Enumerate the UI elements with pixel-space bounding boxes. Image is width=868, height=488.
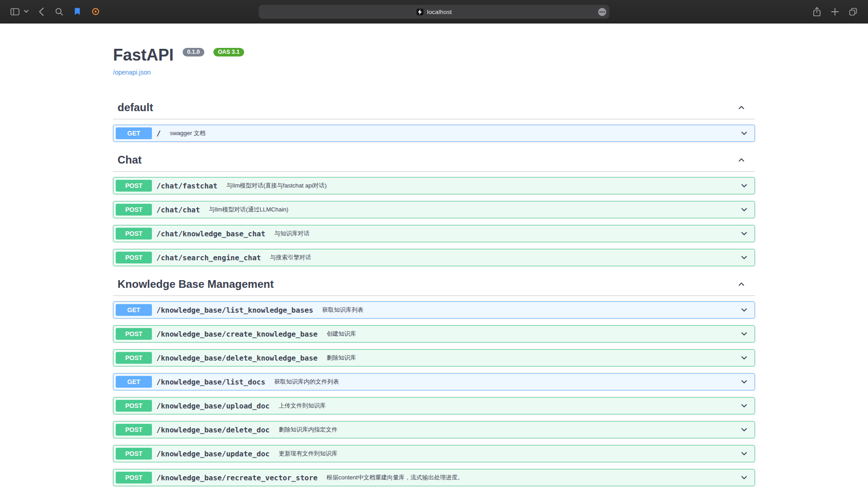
endpoint-summary[interactable]: GET /knowledge_base/list_knowledge_bases… (113, 302, 755, 318)
api-section: Knowledge Base Management GET /knowledge… (113, 273, 755, 486)
endpoint-description: 删除知识库 (326, 354, 740, 362)
tab-overview-icon[interactable] (846, 5, 860, 19)
chevron-down-icon (740, 181, 749, 190)
endpoint-description: 与搜索引擎对话 (270, 253, 740, 262)
endpoint-path: /chat/chat (156, 206, 200, 214)
method-badge: GET (116, 376, 152, 388)
endpoint-description: 根据content中文档重建向量库，流式输出处理进度。 (326, 474, 740, 482)
site-favicon (416, 8, 424, 16)
collapse-section-button[interactable] (737, 103, 746, 112)
expand-endpoint-button[interactable] (740, 377, 752, 386)
endpoint-path: /chat/search_engine_chat (156, 253, 261, 262)
expand-endpoint-button[interactable] (740, 129, 752, 138)
section-header[interactable]: Knowledge Base Management (113, 273, 755, 296)
search-icon[interactable] (52, 5, 66, 19)
address-bar[interactable]: localhost (259, 5, 609, 19)
section-header[interactable]: default (113, 96, 755, 119)
expand-endpoint-button[interactable] (740, 401, 752, 410)
endpoint-summary[interactable]: GET / swagger 文档 (113, 125, 755, 141)
chevron-up-icon (737, 155, 746, 164)
method-badge: POST (116, 352, 152, 364)
endpoint-path: /knowledge_base/list_docs (156, 378, 265, 386)
endpoint-summary[interactable]: POST /knowledge_base/upload_doc 上传文件到知识库 (113, 398, 755, 414)
endpoint-summary[interactable]: POST /knowledge_base/update_doc 更新现有文件到知… (113, 446, 755, 462)
endpoint-row: POST /knowledge_base/delete_doc 删除知识库内指定… (113, 421, 755, 438)
share-icon[interactable] (810, 5, 824, 19)
endpoint-path: /knowledge_base/recreate_vector_store (156, 474, 317, 482)
endpoint-summary[interactable]: POST /knowledge_base/delete_knowledge_ba… (113, 350, 755, 366)
endpoint-path: /knowledge_base/create_knowledge_base (156, 330, 317, 338)
endpoint-path: / (156, 129, 161, 138)
chevron-down-icon (740, 253, 749, 262)
chevron-down-icon (740, 329, 749, 338)
collapse-section-button[interactable] (737, 155, 746, 164)
expand-endpoint-button[interactable] (740, 205, 752, 214)
chevron-down-icon (740, 205, 749, 214)
new-tab-icon[interactable] (828, 5, 842, 19)
endpoint-summary[interactable]: GET /knowledge_base/list_docs 获取知识库内的文件列… (113, 374, 755, 390)
method-badge: POST (116, 204, 152, 216)
chevron-down-icon (740, 377, 749, 386)
endpoint-path: /knowledge_base/upload_doc (156, 402, 269, 410)
method-badge: POST (116, 448, 152, 460)
api-sections: default GET / swagger 文档 Chat (113, 96, 755, 486)
endpoint-summary[interactable]: POST /chat/knowledge_base_chat 与知识库对话 (113, 225, 755, 242)
chevron-down-icon (740, 473, 749, 482)
endpoint-summary[interactable]: POST /knowledge_base/recreate_vector_sto… (113, 469, 755, 486)
endpoint-path: /knowledge_base/delete_knowledge_base (156, 354, 317, 362)
api-section: default GET / swagger 文档 (113, 96, 755, 142)
endpoint-summary[interactable]: POST /chat/fastchat 与llm模型对话(直接与fastchat… (113, 178, 755, 194)
expand-endpoint-button[interactable] (740, 181, 752, 190)
endpoint-row: POST /knowledge_base/upload_doc 上传文件到知识库 (113, 397, 755, 414)
method-badge: POST (116, 180, 152, 192)
endpoint-description: 与llm模型对话(通过LLMChain) (209, 206, 740, 214)
method-badge: POST (116, 400, 152, 412)
endpoint-description: 获取知识库内的文件列表 (274, 378, 740, 386)
chevron-down-icon (740, 305, 749, 314)
method-badge: POST (116, 228, 152, 239)
endpoint-path: /knowledge_base/update_doc (156, 450, 269, 458)
chevron-up-icon (737, 280, 746, 289)
extension-target-icon[interactable] (89, 5, 102, 19)
endpoint-row: GET /knowledge_base/list_knowledge_bases… (113, 301, 755, 319)
endpoint-summary[interactable]: POST /knowledge_base/delete_doc 删除知识库内指定… (113, 422, 755, 438)
chevron-down-icon[interactable] (23, 5, 30, 19)
method-badge: GET (116, 304, 152, 316)
expand-endpoint-button[interactable] (740, 253, 752, 262)
chevron-down-icon (740, 353, 749, 362)
endpoint-path: /knowledge_base/list_knowledge_bases (156, 306, 313, 314)
section-endpoints: POST /chat/fastchat 与llm模型对话(直接与fastchat… (113, 177, 755, 266)
chevron-down-icon (740, 449, 749, 458)
expand-endpoint-button[interactable] (740, 305, 752, 314)
section-title: default (118, 101, 153, 114)
section-endpoints: GET /knowledge_base/list_knowledge_bases… (113, 301, 755, 486)
endpoint-description: 获取知识库列表 (322, 306, 740, 314)
openapi-spec-link[interactable]: /openapi.json (113, 69, 151, 76)
expand-endpoint-button[interactable] (740, 329, 752, 338)
endpoint-summary[interactable]: POST /knowledge_base/create_knowledge_ba… (113, 326, 755, 342)
endpoint-row: POST /chat/chat 与llm模型对话(通过LLMChain) (113, 201, 755, 218)
oas-badge: OAS 3.1 (213, 48, 244, 57)
expand-endpoint-button[interactable] (740, 473, 752, 482)
endpoint-summary[interactable]: POST /chat/chat 与llm模型对话(通过LLMChain) (113, 202, 755, 218)
chevron-down-icon (740, 401, 749, 410)
method-badge: GET (116, 127, 152, 139)
expand-endpoint-button[interactable] (740, 449, 752, 458)
back-icon[interactable] (34, 5, 48, 19)
page-menu-icon[interactable] (598, 8, 607, 16)
extension-bookmark-icon[interactable] (71, 5, 84, 19)
expand-endpoint-button[interactable] (740, 229, 752, 238)
endpoint-description: 上传文件到知识库 (278, 402, 740, 410)
endpoint-summary[interactable]: POST /chat/search_engine_chat 与搜索引擎对话 (113, 249, 755, 266)
sidebar-toggle-icon[interactable] (8, 5, 22, 19)
endpoint-row: GET / swagger 文档 (113, 125, 755, 142)
chevron-up-icon (737, 103, 746, 112)
expand-endpoint-button[interactable] (740, 425, 752, 434)
endpoint-description: 与知识库对话 (274, 230, 740, 238)
section-endpoints: GET / swagger 文档 (113, 125, 755, 142)
collapse-section-button[interactable] (737, 280, 746, 289)
endpoint-description: 创建知识库 (326, 330, 740, 338)
endpoint-path: /chat/knowledge_base_chat (156, 230, 265, 238)
expand-endpoint-button[interactable] (740, 353, 752, 362)
section-header[interactable]: Chat (113, 149, 755, 172)
